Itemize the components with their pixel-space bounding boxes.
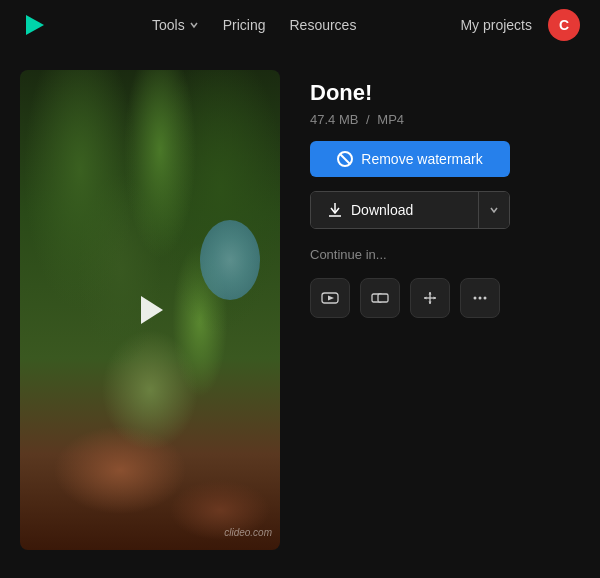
svg-point-14 xyxy=(479,297,482,300)
svg-marker-9 xyxy=(424,297,427,300)
sky-patch xyxy=(200,220,260,300)
remove-watermark-button[interactable]: Remove watermark xyxy=(310,141,510,177)
svg-rect-6 xyxy=(378,294,388,302)
merge-icon xyxy=(371,289,389,307)
nav-tools[interactable]: Tools xyxy=(152,17,199,33)
done-title: Done! xyxy=(310,80,580,106)
my-projects-link[interactable]: My projects xyxy=(460,17,532,33)
chevron-down-icon xyxy=(189,20,199,30)
ban-icon xyxy=(337,151,353,167)
continue-youtube-button[interactable] xyxy=(310,278,350,318)
svg-marker-12 xyxy=(429,302,432,305)
header-right: My projects C xyxy=(460,9,580,41)
more-options-icon xyxy=(471,289,489,307)
enhance-icon xyxy=(421,289,439,307)
chevron-down-icon xyxy=(489,205,499,215)
nav-pricing[interactable]: Pricing xyxy=(223,17,266,33)
right-panel: Done! 47.4 MB / MP4 Remove watermark xyxy=(310,70,580,318)
remove-watermark-label: Remove watermark xyxy=(361,151,482,167)
continue-more-button[interactable] xyxy=(460,278,500,318)
file-size: 47.4 MB xyxy=(310,112,358,127)
nav-resources[interactable]: Resources xyxy=(289,17,356,33)
svg-marker-11 xyxy=(429,292,432,295)
logo[interactable] xyxy=(20,11,48,39)
download-button-group: Download xyxy=(310,191,510,229)
continue-enhance-button[interactable] xyxy=(410,278,450,318)
download-chevron-button[interactable] xyxy=(478,192,509,228)
svg-marker-4 xyxy=(328,296,334,301)
download-button[interactable]: Download xyxy=(311,192,478,228)
download-icon xyxy=(327,202,343,218)
file-info: 47.4 MB / MP4 xyxy=(310,112,580,127)
play-triangle-icon xyxy=(141,296,163,324)
video-panel: clideo.com xyxy=(20,70,280,550)
watermark-text: clideo.com xyxy=(224,527,272,538)
svg-point-13 xyxy=(474,297,477,300)
nav: Tools Pricing Resources xyxy=(152,17,356,33)
download-label: Download xyxy=(351,202,413,218)
continue-label: Continue in... xyxy=(310,247,580,262)
svg-marker-0 xyxy=(26,15,44,35)
file-type: MP4 xyxy=(377,112,404,127)
youtube-icon xyxy=(321,289,339,307)
avatar[interactable]: C xyxy=(548,9,580,41)
file-info-separator: / xyxy=(366,112,370,127)
main-content: clideo.com Done! 47.4 MB / MP4 Remove wa… xyxy=(0,50,600,578)
continue-merge-button[interactable] xyxy=(360,278,400,318)
continue-icons-row xyxy=(310,278,580,318)
play-button[interactable] xyxy=(126,286,174,334)
svg-point-15 xyxy=(484,297,487,300)
header: Tools Pricing Resources My projects C xyxy=(0,0,600,50)
svg-marker-10 xyxy=(434,297,437,300)
